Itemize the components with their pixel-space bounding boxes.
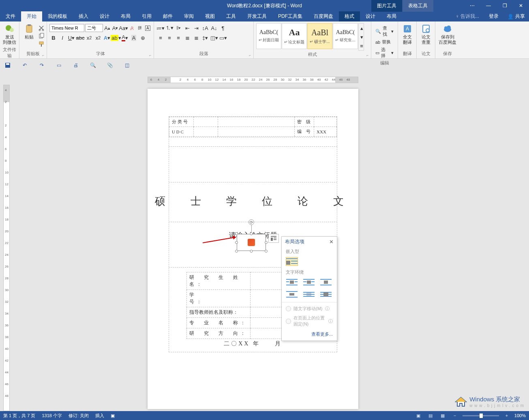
minimize-button[interactable]: — — [480, 0, 497, 11]
radio-fix-position[interactable]: 在页面上的位置固定(N) ⓘ — [282, 313, 337, 329]
font-size-select[interactable] — [85, 24, 103, 32]
cell-classification-value[interactable] — [193, 117, 218, 127]
tab-review[interactable]: 审阅 — [178, 11, 199, 21]
zoom-out-button[interactable]: − — [450, 412, 459, 419]
font-launcher[interactable]: ⌐ — [148, 53, 153, 58]
style-master-degree[interactable]: AaBl ↵ 硕士学... — [307, 23, 332, 49]
italic-button[interactable]: I — [58, 34, 66, 42]
vertical-ruler[interactable]: 4224681012141618202224262830323436384042… — [3, 85, 10, 411]
font-family-select[interactable] — [49, 24, 84, 32]
zoom-level[interactable]: 100% — [514, 413, 526, 418]
zoom-slider[interactable] — [463, 415, 499, 416]
resize-handle-tr[interactable] — [265, 232, 268, 235]
align-distributed-button[interactable]: ≣ — [192, 34, 200, 42]
field-student-id[interactable]: 学 号： — [187, 290, 251, 307]
wrap-behind-option[interactable] — [303, 290, 315, 299]
styles-more[interactable]: ≡ — [359, 41, 364, 50]
cell-classification-label[interactable]: 分 类 号 — [169, 117, 194, 127]
field-student-name[interactable]: 研 究 生 姓 名： — [187, 272, 251, 290]
cell-udc-value[interactable] — [193, 127, 218, 137]
resize-handle-b[interactable] — [250, 250, 253, 253]
zoom-in-button[interactable]: + — [502, 412, 511, 419]
change-case-button[interactable]: Aa▾ — [120, 24, 128, 32]
thesis-check-button[interactable]: 论文 查重 — [419, 23, 433, 46]
tab-insert[interactable]: 插入 — [73, 11, 94, 21]
wrap-inline-option[interactable] — [286, 257, 298, 266]
decrease-indent-button[interactable]: ⇤ — [183, 24, 191, 32]
layout-options-button[interactable] — [268, 234, 279, 243]
info-icon[interactable]: ⓘ — [328, 318, 333, 324]
styles-scroll-up[interactable]: ▴ — [359, 24, 364, 32]
tab-view[interactable]: 视图 — [199, 11, 221, 21]
bullets-button[interactable]: ≔▾ — [156, 24, 165, 32]
tab-home[interactable]: 开始 — [21, 11, 42, 21]
paste-button[interactable]: 粘贴 — [22, 23, 36, 41]
underline-button[interactable]: U▾ — [67, 34, 75, 42]
resize-handle-t[interactable] — [250, 232, 253, 235]
selected-image[interactable]: ⟳ — [237, 234, 266, 251]
align-center-button[interactable]: ≡ — [165, 34, 173, 42]
print-layout-button[interactable]: ▤ — [426, 412, 435, 419]
print-preview-button[interactable]: 🖨 — [72, 62, 79, 69]
thesis-title[interactable]: 硕 士 学 位 论 文 — [148, 194, 358, 208]
format-painter-icon[interactable] — [38, 41, 45, 47]
field-direction[interactable]: 研 究 方 向： — [187, 328, 251, 339]
shrink-font-button[interactable]: A▾ — [111, 24, 118, 32]
picture-tools-tab[interactable]: 图片工具 — [371, 0, 402, 12]
translate-button[interactable]: A 全文 翻译 — [400, 23, 414, 46]
tab-developer[interactable]: 开发工具 — [242, 11, 272, 21]
cell-number-value[interactable]: XXX — [314, 127, 337, 137]
field-advisor[interactable]: 指导教师姓名及职称： — [187, 307, 251, 318]
tab-file[interactable]: 文件 — [0, 11, 21, 21]
see-more-link[interactable]: 查看更多... — [282, 329, 337, 341]
increase-indent-button[interactable]: ⇥ — [192, 24, 200, 32]
page-indicator[interactable]: 第 1 页，共 7 页 — [3, 413, 35, 419]
char-shading-button[interactable]: A — [130, 34, 138, 42]
tab-mytemplates[interactable]: 我的模板 — [42, 11, 73, 21]
style-graduate[interactable]: AaBbC( ↵ 研究生... — [333, 23, 358, 49]
styles-scroll-down[interactable]: ▾ — [359, 32, 364, 41]
char-border-button[interactable]: ⊕ — [139, 34, 147, 42]
resize-handle-br[interactable] — [265, 250, 268, 253]
phonetic-guide-button[interactable]: 拼 — [136, 24, 143, 32]
cell-secret-value[interactable] — [314, 117, 337, 127]
qat-icon-3[interactable]: ◫ — [123, 62, 131, 69]
clipboard-launcher[interactable]: ⌐ — [41, 53, 46, 58]
tab-layout[interactable]: 布局 — [115, 11, 136, 21]
text-effects-button[interactable]: A▾ — [103, 34, 111, 42]
sort-button[interactable]: A↓ — [210, 24, 218, 32]
tell-me-input[interactable]: ♀ 告诉我... — [451, 13, 484, 20]
close-button[interactable]: ✕ — [513, 0, 529, 11]
save-button[interactable] — [4, 62, 11, 69]
multilevel-list-button[interactable]: ⦀▾ — [174, 24, 182, 32]
wrap-through-option[interactable] — [320, 278, 332, 287]
select-button[interactable]: ▭选择▾ — [374, 46, 395, 59]
shading-button[interactable]: ◫▾ — [210, 34, 218, 42]
share-button[interactable]: 👤共享 — [503, 13, 529, 20]
tab-pdftools[interactable]: PDF工具集 — [272, 11, 308, 21]
popup-close-button[interactable]: ✕ — [329, 239, 334, 245]
info-icon[interactable]: ⓘ — [325, 306, 330, 312]
tab-tools[interactable]: 工具 — [221, 11, 242, 21]
style-thesis-title[interactable]: Aa ↵ 论文标题 — [282, 23, 307, 49]
style-cover-date[interactable]: AaBbC( ↵ 封面日期 — [256, 23, 281, 49]
radio-input[interactable] — [286, 306, 291, 311]
tab-table-layout[interactable]: 布局 — [381, 11, 402, 21]
header-table[interactable]: 分 类 号 密 级 U D C 编 号 XXX — [169, 116, 337, 137]
tab-design[interactable]: 设计 — [94, 11, 115, 21]
cell-udc-label[interactable]: U D C — [169, 127, 194, 137]
cell-number-label[interactable]: 编 号 — [295, 127, 314, 137]
word-count[interactable]: 1318 个字 — [42, 413, 62, 419]
wrap-front-option[interactable] — [320, 290, 332, 299]
tab-references[interactable]: 引用 — [136, 11, 157, 21]
read-mode-button[interactable]: ▣ — [414, 412, 423, 419]
resize-handle-r[interactable] — [265, 241, 268, 244]
subscript-button[interactable]: x2 — [85, 34, 93, 42]
superscript-button[interactable]: x2 — [94, 34, 102, 42]
show-marks-button[interactable]: ¶ — [219, 24, 227, 32]
thesis-date[interactable]: 二〇XX 年 月 — [148, 340, 358, 347]
qat-icon-1[interactable]: 🔍 — [89, 62, 96, 69]
ribbon-options-button[interactable]: ⋯ — [464, 0, 480, 11]
bold-button[interactable]: B — [49, 34, 58, 42]
tab-table-design[interactable]: 设计 — [360, 11, 381, 21]
